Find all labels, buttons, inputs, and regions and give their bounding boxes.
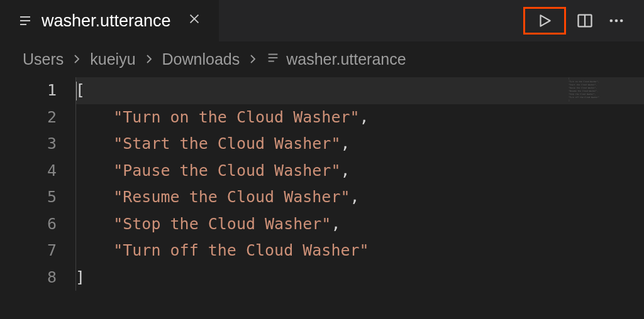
line-number: 5 — [0, 184, 57, 211]
chevron-right-icon — [143, 50, 155, 68]
line-number: 7 — [0, 237, 57, 264]
chevron-right-icon — [71, 50, 82, 68]
breadcrumb-segment[interactable]: Users — [23, 50, 64, 68]
line-number: 3 — [0, 131, 57, 158]
code-line[interactable]: "Start the Cloud Washer", — [75, 131, 644, 158]
line-number-gutter: 12345678 — [0, 77, 75, 318]
tab-group: washer.utterance — [0, 0, 219, 41]
breadcrumb-segment[interactable]: Downloads — [162, 50, 240, 68]
close-tab-button[interactable] — [182, 9, 206, 32]
code-content[interactable]: [ "Turn on the Cloud Washer", "Start the… — [75, 77, 644, 318]
breadcrumb[interactable]: Users kueiyu Downloads washer.utterance — [0, 41, 644, 77]
minimap[interactable]: [ "Turn on the Cloud Washer", "Start the… — [569, 77, 638, 109]
file-icon — [266, 50, 280, 68]
tab-actions — [523, 7, 644, 35]
indent-guide — [75, 77, 76, 291]
code-line[interactable]: ] — [75, 264, 644, 291]
line-number: 6 — [0, 211, 57, 238]
svg-point-8 — [615, 19, 618, 23]
more-actions-button[interactable] — [604, 8, 629, 33]
svg-point-9 — [620, 19, 623, 23]
code-line[interactable]: "Turn on the Cloud Washer", — [75, 104, 644, 131]
svg-point-7 — [610, 19, 613, 23]
line-number: 1 — [0, 77, 57, 104]
file-icon — [18, 13, 33, 28]
tab-title: washer.utterance — [42, 11, 171, 31]
run-button[interactable] — [523, 7, 566, 35]
editor[interactable]: 12345678 [ "Turn on the Cloud Washer", "… — [0, 77, 644, 318]
chevron-right-icon — [247, 50, 258, 68]
code-line[interactable]: "Pause the Cloud Washer", — [75, 158, 644, 185]
line-number: 2 — [0, 104, 57, 131]
code-line[interactable]: "Resume the Cloud Washer", — [75, 184, 644, 211]
line-number: 8 — [0, 264, 57, 291]
breadcrumb-file[interactable]: washer.utterance — [266, 50, 406, 68]
code-line[interactable]: [ — [75, 77, 644, 104]
breadcrumb-segment[interactable]: kueiyu — [90, 50, 135, 68]
code-line[interactable]: "Turn off the Cloud Washer" — [75, 237, 644, 264]
breadcrumb-filename: washer.utterance — [286, 50, 406, 68]
tab-bar: washer.utterance — [0, 0, 644, 41]
active-tab[interactable]: washer.utterance — [0, 0, 219, 41]
split-editor-button[interactable] — [572, 8, 597, 33]
line-number: 4 — [0, 158, 57, 185]
code-line[interactable]: "Stop the Cloud Washer", — [75, 211, 644, 238]
